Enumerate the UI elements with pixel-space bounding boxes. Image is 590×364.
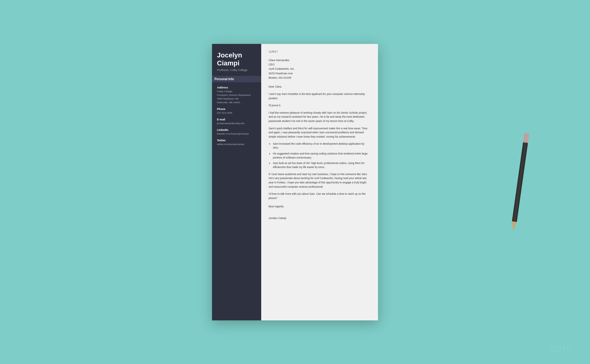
name-section: Jocelyn Ciampi Professor, Colby College [217, 51, 256, 72]
twitter-section: Twitter twitter.com/jocelynciampi [217, 139, 256, 146]
phone-value: 207-314-2929 [217, 111, 256, 115]
letter-para-1: I won't say Sam Hostetter is the best ap… [269, 92, 371, 100]
email-label: E-mail [217, 118, 256, 121]
personal-info-header: Personal Info [212, 76, 261, 82]
address-section: Address Colby College Computer Science D… [217, 86, 256, 104]
recipient-address: 3670 Pearlman Ave [269, 71, 371, 76]
letter-date: 11/8/17 [269, 50, 371, 53]
pencil-tip [511, 221, 517, 231]
phone-section: Phone 207-314-2929 [217, 108, 256, 115]
resume-document: Jocelyn Ciampi Professor, Colby College … [212, 44, 378, 320]
linkedin-section: LinkedIn linkedin.com/in/jocelynciampi [217, 128, 256, 136]
pencil-body [512, 142, 528, 222]
address-value: Colby College Computer Science Departmen… [217, 90, 256, 104]
letter-signature: Jocelyn Ciampi [269, 216, 371, 221]
achievement-3: Sam built an ad hoc team of 30+ high-lev… [273, 161, 371, 169]
letter-para-2: I'll prove it. [269, 104, 371, 108]
letter-closing-para: If I ever leave academia and start my ow… [269, 172, 371, 189]
letter-body: Dear Clara, I won't say Sam Hostetter is… [269, 85, 371, 220]
job-title: Professor, Colby College [217, 68, 256, 72]
phone-label: Phone [217, 108, 256, 111]
pencil-eraser [523, 133, 529, 141]
letter-best-regards: Best regards, [269, 205, 371, 209]
recipient-company: Auril Codeworks, Inc. [269, 67, 371, 71]
linkedin-label: LinkedIn [217, 128, 256, 131]
address-label: Address [217, 86, 256, 89]
recipient-city: Boston, MA 02109 [269, 76, 371, 80]
recipient-name: Clara Hernandez [269, 58, 371, 62]
linkedin-value: linkedin.com/in/jocelynciampi [217, 132, 256, 136]
page-wrapper: Jocelyn Ciampi Professor, Colby College … [0, 0, 590, 364]
twitter-value: twitter.com/jocelynciampi [217, 143, 256, 146]
letter-para-4: Sam's quick intellect and thirst for sel… [269, 127, 371, 139]
letter-cta: I'd love to talk more with you about Sam… [269, 192, 371, 200]
recipient-title: CEO [269, 62, 371, 67]
right-panel: 11/8/17 Clara Hernandez CEO Auril Codewo… [261, 44, 378, 320]
email-section: E-mail jocelynciampi@colby.edu [217, 118, 256, 125]
left-panel: Jocelyn Ciampi Professor, Colby College … [212, 44, 261, 320]
letter-greeting: Dear Clara, [269, 85, 371, 89]
achievements-list: Sam increased the code efficiency of an … [269, 142, 371, 169]
letter-para-3: I had the extreme pleasure of working cl… [269, 111, 371, 123]
email-value: jocelynciampi@colby.edu [217, 122, 256, 125]
pencil-decoration [511, 133, 529, 231]
recipient-block: Clara Hernandez CEO Auril Codeworks, Inc… [269, 58, 371, 80]
zety-logo: zety [550, 342, 572, 355]
twitter-label: Twitter [217, 139, 256, 142]
achievement-2: He suggested creative and time-saving co… [273, 152, 371, 160]
achievement-1: Sam increased the code efficiency of an … [273, 142, 371, 150]
applicant-name: Jocelyn Ciampi [217, 51, 256, 68]
